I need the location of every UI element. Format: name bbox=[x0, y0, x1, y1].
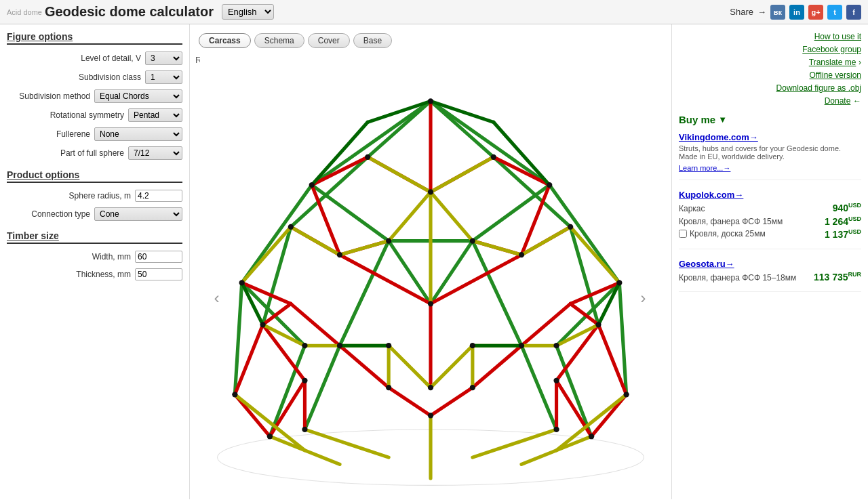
svg-point-119 bbox=[519, 343, 524, 348]
subdivision-class-row: Subdivision class 1 2 bbox=[7, 70, 182, 84]
how-to-use-link-row: How to use it bbox=[679, 31, 861, 41]
language-select[interactable]: English Russian German bbox=[222, 4, 274, 20]
svg-point-107 bbox=[568, 224, 573, 230]
dome-right-arrow[interactable]: › bbox=[640, 289, 646, 307]
kupolok-price-checkbox-2[interactable] bbox=[679, 230, 687, 238]
donate-arrow-icon: ← bbox=[853, 96, 861, 106]
tab-carcass[interactable]: Carcass bbox=[199, 33, 251, 48]
svg-point-109 bbox=[519, 252, 524, 257]
svg-point-98 bbox=[428, 98, 433, 104]
svg-point-110 bbox=[386, 238, 391, 243]
svg-point-100 bbox=[547, 182, 552, 188]
width-row: Width, mm bbox=[7, 251, 182, 263]
googleplus-share-icon[interactable]: g+ bbox=[808, 5, 823, 20]
facebook-share-icon[interactable]: f bbox=[846, 5, 861, 20]
main-layout: Figure options Level of detail, V 3 2 4 … bbox=[0, 24, 868, 499]
svg-point-129 bbox=[302, 427, 307, 432]
dome-left-arrow[interactable]: ‹ bbox=[214, 289, 219, 307]
kupolok-price-row-0: Каркас 940USD bbox=[679, 202, 861, 213]
svg-point-120 bbox=[386, 343, 391, 348]
level-of-detail-row: Level of detail, V 3 2 4 5 bbox=[7, 51, 182, 65]
svg-point-115 bbox=[624, 392, 629, 397]
svg-point-101 bbox=[365, 154, 370, 160]
subdivision-method-row: Subdivision method Equal Chords Equal Ar… bbox=[7, 89, 182, 103]
dome-svg: ‹ › bbox=[190, 24, 671, 499]
kupolok-price-label-0: Каркас bbox=[679, 204, 833, 213]
connection-type-label: Connection type bbox=[14, 209, 90, 219]
rotational-symmetry-label: Rotational symmetry bbox=[14, 110, 124, 120]
svg-point-131 bbox=[267, 434, 273, 439]
vendor-geosota: Geosota.ru→ Кровля, фанера ФСФ 15–18мм 1… bbox=[679, 259, 861, 292]
vendor-vikingdome: Vikingdome.com→ Struts, hubs and covers … bbox=[679, 132, 861, 180]
subdivision-class-label: Subdivision class bbox=[14, 72, 141, 82]
linkedin-share-icon[interactable]: in bbox=[789, 5, 804, 20]
kupolok-price-label-2: Кровля, доска 25мм bbox=[679, 229, 825, 238]
svg-point-122 bbox=[428, 301, 433, 306]
rotational-symmetry-row: Rotational symmetry Pentad Triacon bbox=[7, 108, 182, 122]
svg-point-118 bbox=[337, 343, 342, 348]
fullerene-row: Fullerene None Yes bbox=[7, 127, 182, 141]
svg-point-123 bbox=[428, 385, 433, 390]
svg-point-127 bbox=[302, 378, 307, 383]
offline-version-link[interactable]: Offline version bbox=[810, 70, 861, 80]
part-of-sphere-label: Part of full sphere bbox=[14, 148, 124, 158]
vikingdome-learn-more[interactable]: Learn more...→ bbox=[679, 164, 730, 172]
tab-base[interactable]: Base bbox=[353, 33, 392, 48]
connection-type-select[interactable]: Cone Flange Hub bbox=[94, 207, 182, 221]
page-title: Geodesic dome calculator bbox=[45, 4, 214, 20]
sphere-radius-input[interactable] bbox=[135, 190, 182, 202]
facebook-group-link-row: Facebook group bbox=[679, 44, 861, 54]
tab-schema[interactable]: Schema bbox=[254, 33, 304, 48]
fullerene-label: Fullerene bbox=[14, 129, 90, 139]
svg-point-104 bbox=[239, 280, 245, 285]
fullerene-select[interactable]: None Yes bbox=[94, 127, 182, 141]
tab-cover[interactable]: Cover bbox=[308, 33, 350, 48]
download-figure-link[interactable]: Download figure as .obj bbox=[776, 83, 861, 93]
header: Aciddome Geodesic dome calculator Englis… bbox=[0, 0, 868, 24]
kupolok-price-text-1: Кровля, фанера ФСФ 15мм bbox=[679, 217, 783, 226]
kupolok-price-text-0: Каркас bbox=[679, 204, 705, 213]
translate-me-link[interactable]: Translate me bbox=[809, 58, 856, 67]
kupolok-price-row-1: Кровля, фанера ФСФ 15мм 1 264USD bbox=[679, 215, 861, 227]
thickness-row: Thickness, mm bbox=[7, 268, 182, 280]
offline-version-link-row: Offline version bbox=[679, 70, 861, 80]
width-label: Width, mm bbox=[14, 252, 131, 262]
width-input[interactable] bbox=[135, 251, 182, 263]
kupolok-price-value-0: 940USD bbox=[833, 202, 861, 213]
vendor-kupolok: Kupolok.com→ Каркас 940USD Кровля, фанер… bbox=[679, 190, 861, 249]
subdivision-class-select[interactable]: 1 2 bbox=[145, 70, 182, 84]
part-of-sphere-row: Part of full sphere 7/12 1/2 5/8 3/4 Ful… bbox=[7, 146, 182, 160]
svg-point-128 bbox=[553, 378, 559, 383]
svg-point-124 bbox=[386, 385, 391, 390]
figure-options-title: Figure options bbox=[7, 31, 182, 45]
rotational-symmetry-select[interactable]: Pentad Triacon bbox=[128, 108, 182, 122]
kupolok-link[interactable]: Kupolok.com→ bbox=[679, 190, 861, 200]
vk-share-icon[interactable]: вк bbox=[770, 5, 785, 20]
logo-acid: Acid bbox=[7, 8, 21, 16]
geosota-link[interactable]: Geosota.ru→ bbox=[679, 259, 861, 269]
sphere-radius-label: Sphere radius, m bbox=[14, 191, 131, 201]
level-of-detail-label: Level of detail, V bbox=[14, 54, 141, 63]
subdivision-method-select[interactable]: Equal Chords Equal Arcs Kruschke bbox=[94, 89, 182, 103]
svg-point-132 bbox=[589, 434, 594, 439]
geosota-price-row-0: Кровля, фанера ФСФ 15–18мм 113 735RUR bbox=[679, 271, 861, 283]
geosota-price-value-0: 113 735RUR bbox=[814, 271, 861, 283]
thickness-input[interactable] bbox=[135, 268, 182, 280]
translate-me-link-row: Translate me › bbox=[679, 57, 861, 67]
kupolok-price-label-1: Кровля, фанера ФСФ 15мм bbox=[679, 217, 825, 226]
how-to-use-link[interactable]: How to use it bbox=[814, 32, 861, 41]
svg-point-106 bbox=[288, 224, 294, 230]
share-label: Share bbox=[730, 7, 753, 17]
product-options-title: Product options bbox=[7, 169, 182, 183]
buy-me-dropdown-icon[interactable]: ▼ bbox=[718, 114, 727, 125]
part-of-sphere-select[interactable]: 7/12 1/2 5/8 3/4 Full bbox=[128, 146, 182, 160]
center-panel: Carcass Schema Cover Base Resulting ▼ bbox=[190, 24, 671, 499]
vikingdome-link[interactable]: Vikingdome.com→ bbox=[679, 132, 861, 142]
donate-link[interactable]: Donate bbox=[825, 96, 851, 106]
facebook-group-link[interactable]: Facebook group bbox=[802, 45, 861, 54]
kupolok-price-row-2: Кровля, доска 25мм 1 137USD bbox=[679, 228, 861, 240]
left-panel: Figure options Level of detail, V 3 2 4 … bbox=[0, 24, 190, 499]
kupolok-price-text-2: Кровля, доска 25мм bbox=[690, 229, 766, 238]
twitter-share-icon[interactable]: t bbox=[827, 5, 842, 20]
level-of-detail-select[interactable]: 3 2 4 5 bbox=[145, 51, 182, 65]
